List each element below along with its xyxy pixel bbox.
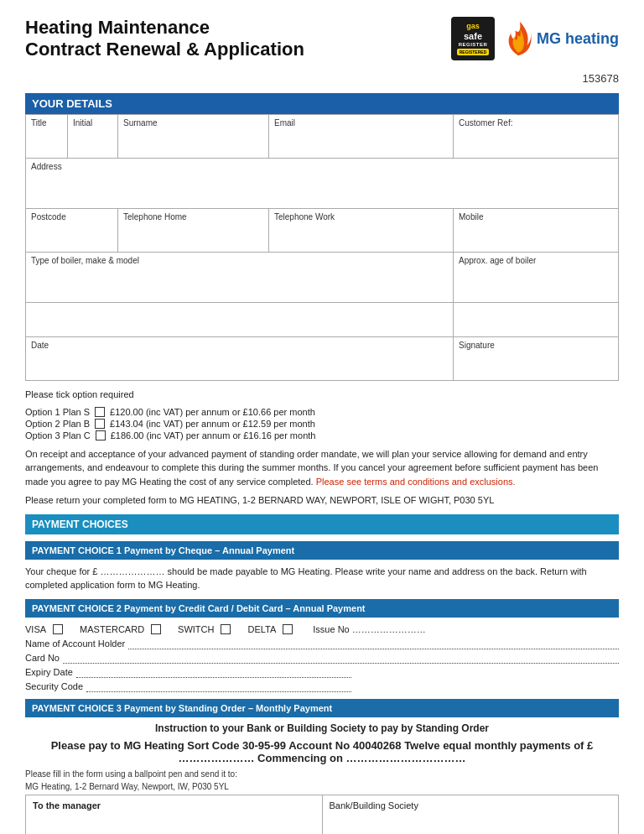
signature-area-cell — [454, 303, 619, 337]
your-details-table: Title Initial Surname Email Customer Ref… — [25, 114, 619, 381]
form-instructions-line1: Please fill in the form using a ballpoin… — [25, 769, 619, 779]
address-cell: Address — [26, 159, 619, 209]
switch-checkbox[interactable] — [221, 624, 231, 634]
tel-home-cell: Telephone Home — [118, 209, 269, 253]
tick-label: Please tick option required — [25, 388, 619, 402]
mobile-cell: Mobile — [454, 209, 619, 253]
date-spacer-cell — [26, 303, 454, 337]
security-row: Security Code — [25, 680, 351, 692]
email-cell: Email — [269, 115, 454, 159]
account-name-row: Name of Account Holder — [25, 638, 619, 649]
mastercard-checkbox[interactable] — [151, 624, 161, 634]
page-title: Heating Maintenance Contract Renewal & A… — [25, 17, 304, 61]
card-no-row: Card No — [25, 652, 619, 664]
payment-choice2-header: PAYMENT CHOICE 2 Payment by Credit Card … — [25, 599, 619, 618]
postcode-cell: Postcode — [26, 209, 118, 253]
option2-row: Option 2 Plan B £143.04 (inc VAT) per an… — [25, 419, 619, 429]
date-cell: Date — [26, 337, 454, 381]
signature-cell: Signature — [454, 337, 619, 381]
option1-row: Option 1 Plan S £120.00 (inc VAT) per an… — [25, 407, 619, 417]
table-row: Title Initial Surname Email Customer Ref… — [26, 115, 619, 159]
table-row: Date Signature — [26, 337, 619, 381]
title-cell: Title — [26, 115, 68, 159]
option2-checkbox[interactable] — [95, 419, 105, 429]
mg-heating-logo: MG heating — [503, 20, 619, 57]
approx-age-cell: Approx. age of boiler — [454, 253, 619, 303]
table-row: Address — [26, 159, 619, 209]
table-row: To the manager Bank/Building Society — [26, 795, 619, 834]
your-details-header: YOUR DETAILS — [25, 93, 619, 114]
table-row: Type of boiler, make & model Approx. age… — [26, 253, 619, 303]
page-title-block: Heating Maintenance Contract Renewal & A… — [25, 17, 304, 61]
visa-checkbox[interactable] — [53, 624, 63, 634]
options-section: Please tick option required Option 1 Pla… — [25, 388, 619, 440]
terms-paragraph: On receipt and acceptance of your advanc… — [25, 447, 619, 489]
so-payment-line: Please pay to MG Heating Sort Code 30-95… — [25, 739, 619, 764]
initial-cell: Initial — [68, 115, 118, 159]
so-instruction: Instruction to your Bank or Building Soc… — [25, 722, 619, 734]
payment-choice1-header: PAYMENT CHOICE 1 Payment by Cheque – Ann… — [25, 541, 619, 560]
gas-safe-logo: gas safe REGISTER REGISTERED — [451, 17, 495, 60]
expiry-row: Expiry Date — [25, 666, 351, 678]
logo-row: gas safe REGISTER REGISTERED MG heating — [451, 17, 619, 60]
to-manager-cell: To the manager — [26, 795, 323, 834]
tel-work-cell: Telephone Work — [269, 209, 454, 253]
form-instructions-line2: MG Heating, 1-2 Bernard Way, Newport, IW… — [25, 782, 619, 791]
option1-checkbox[interactable] — [95, 407, 105, 417]
page-header: Heating Maintenance Contract Renewal & A… — [25, 17, 619, 85]
ref-number: 153678 — [583, 72, 619, 85]
choice1-text: Your cheque for £ ………………… should be made… — [25, 565, 619, 592]
delta-checkbox[interactable] — [283, 624, 293, 634]
surname-cell: Surname — [118, 115, 269, 159]
bank-table: To the manager Bank/Building Society Add… — [25, 795, 619, 835]
payment-choices-header: PAYMENT CHOICES — [25, 514, 619, 534]
logos-block: gas safe REGISTER REGISTERED MG heating … — [451, 17, 619, 85]
mg-text-block: MG heating — [537, 31, 619, 46]
table-row: Postcode Telephone Home Telephone Work M… — [26, 209, 619, 253]
boiler-type-cell: Type of boiler, make & model — [26, 253, 454, 303]
bank-building-society-cell: Bank/Building Society — [322, 795, 619, 834]
card-type-row: VISA MASTERCARD SWITCH DELTA Issue No ……… — [25, 624, 619, 634]
customer-ref-cell: Customer Ref: — [454, 115, 619, 159]
option3-checkbox[interactable] — [96, 430, 106, 440]
payment-choice3-header: PAYMENT CHOICE 3 Payment by Standing Ord… — [25, 699, 619, 717]
option3-row: Option 3 Plan C £186.00 (inc VAT) per an… — [25, 430, 619, 440]
table-row — [26, 303, 619, 337]
return-address: Please return your completed form to MG … — [25, 493, 619, 508]
